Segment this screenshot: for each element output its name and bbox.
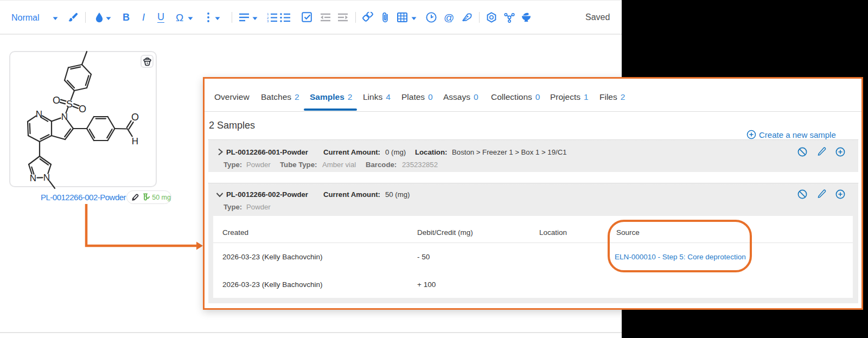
svg-text:N: N <box>30 173 36 183</box>
svg-text:1: 1 <box>267 12 269 16</box>
svg-text:O: O <box>79 104 86 114</box>
svg-text:N: N <box>43 173 50 183</box>
svg-text:H: H <box>132 136 138 146</box>
svg-text:O: O <box>131 112 139 123</box>
svg-text:N: N <box>36 109 42 119</box>
svg-text:N: N <box>61 112 68 122</box>
svg-text:S: S <box>66 99 73 110</box>
svg-text:3: 3 <box>267 20 269 22</box>
svg-text:O: O <box>53 95 60 106</box>
